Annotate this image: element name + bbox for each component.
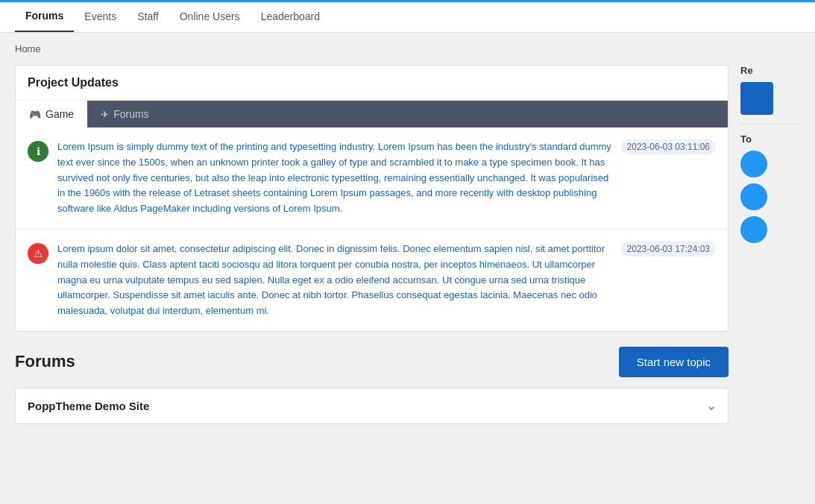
update-icon-info: ℹ [28,141,48,162]
forums-title: Forums [15,352,75,371]
game-icon: 🎮 [29,109,41,120]
nav-events[interactable]: Events [74,1,127,31]
forums-header: Forums Start new topic [15,347,729,377]
nav-leaderboard[interactable]: Leaderboard [251,1,330,31]
update-item-2: ⚠ Lorem ipsum dolor sit amet, consectetu… [16,230,728,331]
sidebar-topic-icon-1 [740,151,767,177]
forums-icon: ✈ [101,109,109,120]
breadcrumb: Home [0,33,815,65]
updates-list: ℹ Lorem Ipsum is simply dummy text of th… [16,127,728,331]
forum-name: PoppTheme Demo Site [28,400,149,412]
chevron-down-icon: ⌄ [706,399,716,413]
update-text-1: Lorem Ipsum is simply dummy text of the … [57,139,612,217]
tab-forums[interactable]: ✈ Forums [87,101,162,127]
breadcrumb-home[interactable]: Home [15,43,41,54]
main-layout: Project Updates 🎮 Game ✈ Forums ℹ [0,65,815,439]
sidebar-topic-icon-3 [740,216,767,243]
warning-symbol: ⚠ [34,248,43,259]
forums-section: Forums Start new topic PoppTheme Demo Si… [15,347,729,424]
update-time-1: 2023-06-03 03:11:06 [621,139,716,154]
sidebar-recently-label: Re [740,65,800,76]
tabs-bar: 🎮 Game ✈ Forums [16,101,728,127]
forum-list-card: PoppTheme Demo Site ⌄ [15,388,729,424]
project-updates-card: Project Updates 🎮 Game ✈ Forums ℹ [15,65,729,332]
tab-game-label: Game [45,108,74,120]
nav-staff[interactable]: Staff [127,1,169,31]
project-updates-title: Project Updates [16,66,728,101]
sidebar-topic-icon-2 [740,183,767,210]
start-new-topic-button[interactable]: Start new topic [619,347,729,377]
top-nav: Forums Events Staff Online Users Leaderb… [0,0,815,33]
update-item-1: ℹ Lorem Ipsum is simply dummy text of th… [16,127,728,230]
nav-forums[interactable]: Forums [15,1,74,32]
update-time-2: 2023-06-03 17:24:03 [621,242,716,256]
right-sidebar: Re To [740,65,800,424]
info-symbol: ℹ [37,145,40,157]
sidebar-avatar-1 [740,82,773,115]
content-area: Project Updates 🎮 Game ✈ Forums ℹ [15,65,729,424]
nav-online-users[interactable]: Online Users [169,1,251,31]
sidebar-divider [740,124,800,125]
update-text-2: Lorem ipsum dolor sit amet, consectetur … [57,242,612,319]
tab-forums-label: Forums [113,108,148,120]
update-icon-warning: ⚠ [28,243,48,264]
forum-list-item[interactable]: PoppTheme Demo Site ⌄ [16,388,728,423]
sidebar-topics-label: To [740,133,800,145]
tab-game[interactable]: 🎮 Game [16,101,87,127]
